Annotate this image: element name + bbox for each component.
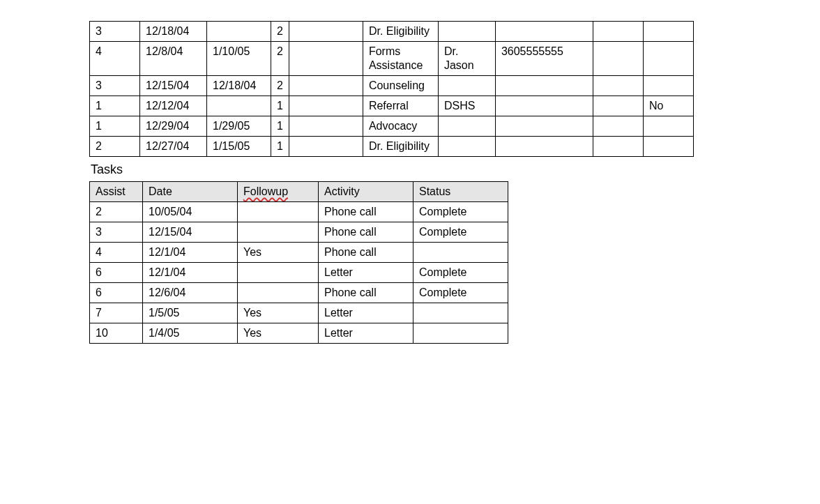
cell [438,137,495,157]
cell: 2 [90,202,143,222]
cell [207,96,271,116]
cell [495,96,593,116]
cell [289,76,363,96]
cell: Advocacy [363,116,438,137]
cell [495,22,593,42]
cell: 1 [271,137,289,157]
table-row: 3 12/15/04 12/18/04 2 Counseling [90,76,694,96]
col-header-activity: Activity [319,182,413,202]
table-row: 6 12/6/04 Phone call Complete [90,283,508,303]
cell: 1 [271,96,289,116]
table-row: 2 12/27/04 1/15/05 1 Dr. Eligibility [90,137,694,157]
cell: 12/27/04 [140,137,207,157]
cell: Phone call [319,243,413,263]
cell: 12/18/04 [207,76,271,96]
cell: DSHS [438,96,495,116]
cell: 6 [90,283,143,303]
cell [438,76,495,96]
cell: Letter [319,323,413,344]
cell: Yes [238,303,319,323]
tasks-heading: Tasks [91,162,820,177]
cell: 1 [90,116,140,137]
cell: 1/5/05 [143,303,238,323]
tasks-table: Assist Date Followup Activity Status 2 1… [89,181,508,344]
cell: 7 [90,303,143,323]
cell: Letter [319,263,413,283]
cell: 12/1/04 [143,263,238,283]
cell: Letter [319,303,413,323]
cell [495,116,593,137]
table-row: 4 12/8/04 1/10/05 2 Forms Assistance Dr.… [90,42,694,76]
cell: 12/12/04 [140,96,207,116]
cell [413,303,508,323]
table-row: 7 1/5/05 Yes Letter [90,303,508,323]
cell: 2 [271,42,289,76]
table-row: 3 12/15/04 Phone call Complete [90,222,508,243]
cell: 12/6/04 [143,283,238,303]
cell: 12/1/04 [143,243,238,263]
document-page: 3 12/18/04 2 Dr. Eligibility 4 12/8/04 1… [0,0,820,344]
cell: Dr. Eligibility [363,137,438,157]
cell: Complete [413,283,508,303]
cell: Forms Assistance [363,42,438,76]
cell: 4 [90,42,140,76]
cell [495,137,593,157]
col-header-followup-text: Followup [243,185,288,197]
cell: Referral [363,96,438,116]
cell [238,222,319,243]
cell [289,116,363,137]
cell: Dr. Eligibility [363,22,438,42]
cell [593,42,643,76]
col-header-date: Date [143,182,238,202]
cell: 2 [271,76,289,96]
cell [438,22,495,42]
cell: 3 [90,76,140,96]
cell [643,116,693,137]
cell: Phone call [319,283,413,303]
cell [238,283,319,303]
cell: 12/15/04 [143,222,238,243]
cell: No [643,96,693,116]
tasks-header-row: Assist Date Followup Activity Status [90,182,508,202]
cell: 1/4/05 [143,323,238,344]
cell: 3 [90,22,140,42]
cell: 12/18/04 [140,22,207,42]
cell: 4 [90,243,143,263]
cell [593,116,643,137]
table-row: 1 12/12/04 1 Referral DSHS No [90,96,694,116]
cell [593,22,643,42]
cell: 12/8/04 [140,42,207,76]
cell: Phone call [319,202,413,222]
cell: 1 [90,96,140,116]
cell [207,22,271,42]
cell: 12/15/04 [140,76,207,96]
cell [643,137,693,157]
cell: 6 [90,263,143,283]
cell: 1 [271,116,289,137]
cell: 2 [90,137,140,157]
cell: 1/29/05 [207,116,271,137]
cell: 1/10/05 [207,42,271,76]
cell: 1/15/05 [207,137,271,157]
cell [289,42,363,76]
table-row: 10 1/4/05 Yes Letter [90,323,508,344]
cell [413,243,508,263]
cell: 10 [90,323,143,344]
cell: 3605555555 [495,42,593,76]
cell [413,323,508,344]
cell [289,96,363,116]
cell: Counseling [363,76,438,96]
cell [438,116,495,137]
table-row: 2 10/05/04 Phone call Complete [90,202,508,222]
cell: 10/05/04 [143,202,238,222]
cell: Complete [413,263,508,283]
cell [593,96,643,116]
cell [643,76,693,96]
cell [593,137,643,157]
cell: Complete [413,202,508,222]
cell [643,42,693,76]
activity-table: 3 12/18/04 2 Dr. Eligibility 4 12/8/04 1… [89,21,694,157]
col-header-status: Status [413,182,508,202]
cell [593,76,643,96]
col-header-followup: Followup [238,182,319,202]
